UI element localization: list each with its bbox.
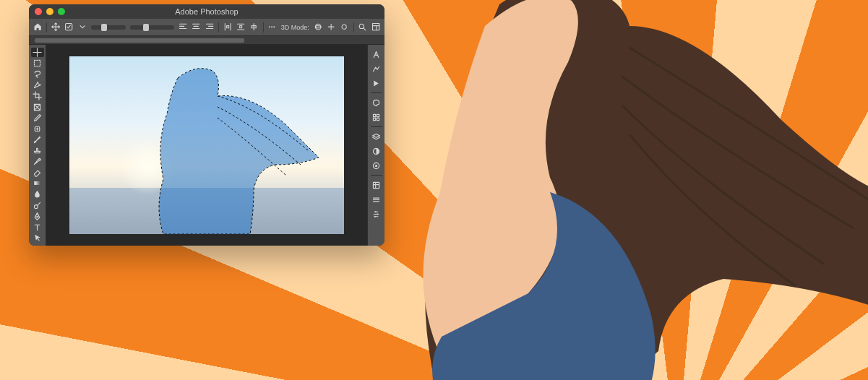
checkbox-icon[interactable] bbox=[64, 22, 73, 33]
distribute-c-icon[interactable] bbox=[249, 22, 258, 33]
svg-rect-18 bbox=[377, 118, 379, 120]
crop-tool[interactable] bbox=[31, 91, 44, 100]
clone-stamp-tool[interactable] bbox=[31, 146, 44, 155]
svg-point-3 bbox=[274, 26, 275, 27]
svg-point-14 bbox=[37, 216, 38, 217]
separator bbox=[353, 22, 354, 33]
mode-label: 3D Mode: bbox=[281, 22, 309, 33]
lasso-tool[interactable] bbox=[31, 69, 44, 79]
svg-point-24 bbox=[377, 213, 378, 215]
selection-overlay bbox=[69, 56, 344, 234]
svg-point-25 bbox=[374, 215, 376, 217]
svg-rect-8 bbox=[372, 24, 379, 30]
align-right-icon[interactable] bbox=[205, 22, 214, 33]
svg-rect-15 bbox=[373, 114, 375, 116]
panel-separator bbox=[371, 175, 382, 176]
opacity-slider[interactable] bbox=[91, 25, 126, 30]
blur-tool[interactable] bbox=[31, 189, 44, 199]
pan-icon[interactable] bbox=[327, 22, 335, 33]
layers-panel[interactable] bbox=[370, 130, 383, 143]
collapsed-panels bbox=[367, 45, 384, 246]
more-icon[interactable] bbox=[267, 22, 276, 33]
svg-rect-16 bbox=[377, 114, 379, 116]
svg-point-5 bbox=[315, 26, 321, 28]
swatches-panel[interactable] bbox=[370, 96, 383, 109]
options-bar: 3D Mode: bbox=[29, 19, 384, 36]
svg-point-13 bbox=[34, 204, 38, 208]
svg-point-1 bbox=[269, 26, 270, 27]
quick-select-tool[interactable] bbox=[31, 80, 44, 90]
history-panel[interactable] bbox=[370, 178, 383, 191]
separator bbox=[46, 22, 47, 33]
svg-point-2 bbox=[272, 26, 273, 27]
svg-point-23 bbox=[375, 211, 377, 212]
separator bbox=[218, 22, 219, 33]
channels-panel[interactable] bbox=[370, 144, 383, 157]
character-panel[interactable] bbox=[370, 48, 383, 61]
window-title: Adobe Photoshop bbox=[29, 7, 384, 16]
distribute-v-icon[interactable] bbox=[236, 22, 245, 33]
tools-panel bbox=[29, 45, 46, 246]
marquee-tool[interactable] bbox=[31, 59, 44, 68]
align-left-icon[interactable] bbox=[179, 22, 187, 33]
panel-separator bbox=[371, 92, 382, 93]
brush-tool[interactable] bbox=[31, 135, 44, 144]
pen-tool[interactable] bbox=[31, 212, 44, 221]
panel-separator bbox=[371, 126, 382, 127]
color-panel[interactable] bbox=[370, 111, 383, 124]
workspace bbox=[29, 45, 384, 246]
paths-panel[interactable] bbox=[370, 159, 383, 172]
properties-panel[interactable] bbox=[370, 207, 383, 220]
eyedropper-tool[interactable] bbox=[31, 113, 44, 123]
chevron-down-icon[interactable] bbox=[78, 22, 87, 33]
orbit-icon[interactable] bbox=[314, 22, 322, 33]
window-titlebar: Adobe Photoshop bbox=[29, 4, 384, 19]
svg-rect-22 bbox=[373, 182, 379, 188]
dolly-icon[interactable] bbox=[340, 22, 348, 33]
move-tool[interactable] bbox=[31, 48, 44, 57]
workspace-icon[interactable] bbox=[371, 22, 380, 33]
photoshop-window: Adobe Photoshop 3D Mode: bbox=[29, 4, 384, 246]
document-tab[interactable] bbox=[35, 38, 244, 43]
frame-tool[interactable] bbox=[31, 103, 44, 112]
healing-brush-tool[interactable] bbox=[31, 124, 44, 134]
svg-rect-9 bbox=[34, 61, 40, 66]
svg-point-21 bbox=[375, 164, 377, 166]
path-select-tool[interactable] bbox=[31, 233, 44, 243]
align-center-icon[interactable] bbox=[192, 22, 200, 33]
flow-slider[interactable] bbox=[130, 25, 174, 30]
actions-panel[interactable] bbox=[370, 193, 383, 206]
document-tab-strip bbox=[29, 36, 384, 45]
svg-rect-17 bbox=[373, 118, 375, 120]
svg-rect-12 bbox=[34, 181, 40, 185]
home-icon[interactable] bbox=[33, 22, 42, 33]
svg-point-6 bbox=[342, 25, 346, 29]
dodge-tool[interactable] bbox=[31, 201, 44, 210]
move-icon[interactable] bbox=[51, 22, 60, 33]
distribute-h-icon[interactable] bbox=[223, 22, 232, 33]
eraser-tool[interactable] bbox=[31, 168, 44, 177]
document-canvas[interactable] bbox=[69, 56, 344, 234]
paragraph-panel[interactable] bbox=[370, 77, 383, 90]
search-icon[interactable] bbox=[358, 22, 366, 33]
separator bbox=[263, 22, 264, 33]
history-brush-tool[interactable] bbox=[31, 157, 44, 166]
gradient-tool[interactable] bbox=[31, 178, 44, 188]
svg-point-4 bbox=[315, 25, 321, 30]
canvas-area[interactable] bbox=[46, 45, 367, 246]
type-tool[interactable] bbox=[31, 223, 44, 232]
adjustments-panel[interactable] bbox=[370, 62, 383, 75]
